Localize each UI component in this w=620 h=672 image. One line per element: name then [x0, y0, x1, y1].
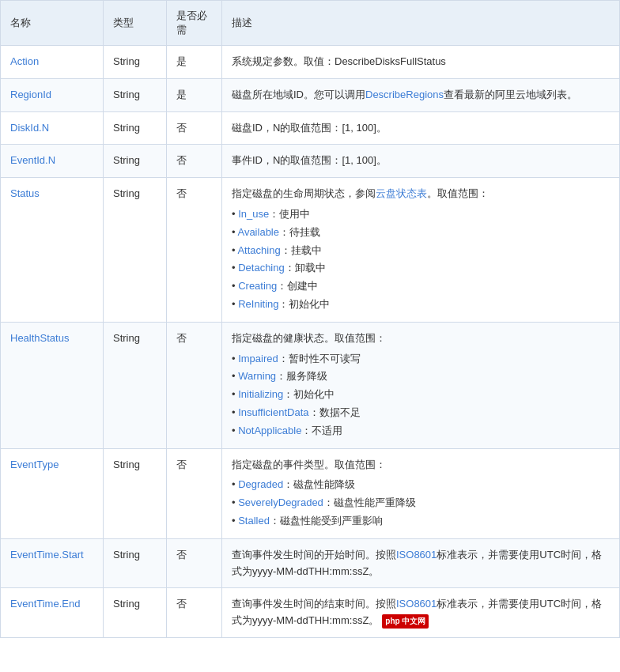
param-link[interactable]: EventTime.Start: [10, 549, 84, 561]
param-desc: 指定磁盘的生命周期状态，参阅云盘状态表。取值范围： In_use：使用中 Ava…: [222, 178, 620, 323]
param-name: HealthStatus: [1, 322, 104, 448]
param-desc: 系统规定参数。取值：DescribeDisksFullStatus: [222, 46, 620, 79]
php-badge: php 中文网: [382, 614, 429, 629]
table-row: EventTime.End String 否 查询事件发生时间的结束时间。按照I…: [1, 588, 620, 638]
iso8601-link-2[interactable]: ISO8601: [396, 598, 437, 610]
param-desc: 事件ID，N的取值范围：[1, 100]。: [222, 145, 620, 178]
list-item: Creating：创建中: [232, 277, 610, 296]
param-type: String: [104, 111, 167, 145]
param-desc: 磁盘ID，N的取值范围：[1, 100]。: [222, 111, 620, 145]
table-row: EventId.N String 否 事件ID，N的取值范围：[1, 100]。: [1, 145, 620, 178]
list-item: Warning：服务降级: [232, 368, 610, 386]
status-list: In_use：使用中 Available：待挂载 Attaching：挂载中 D…: [232, 206, 610, 314]
param-type: String: [104, 145, 167, 178]
param-desc: 指定磁盘的事件类型。取值范围： Degraded：磁盘性能降级 Severely…: [222, 448, 620, 538]
param-name: EventType: [1, 448, 104, 538]
param-name: Status: [1, 178, 104, 323]
param-required: 否: [167, 538, 222, 588]
param-desc: 磁盘所在地域ID。您可以调用DescribeRegions查看最新的阿里云地域列…: [222, 78, 620, 111]
header-name: 名称: [1, 1, 104, 46]
list-item: Stalled：磁盘性能受到严重影响: [232, 512, 610, 530]
describe-regions-link[interactable]: DescribeRegions: [365, 89, 444, 100]
list-item: Initializing：初始化中: [232, 386, 610, 404]
param-name: DiskId.N: [1, 111, 104, 145]
table-row: DiskId.N String 否 磁盘ID，N的取值范围：[1, 100]。: [1, 111, 620, 145]
param-type: String: [104, 178, 167, 323]
list-item: ReIniting：初始化中: [232, 296, 610, 314]
param-desc: 指定磁盘的健康状态。取值范围： Impaired：暂时性不可读写 Warning…: [222, 322, 620, 448]
param-link[interactable]: EventTime.End: [10, 598, 80, 610]
param-desc: 查询事件发生时间的结束时间。按照ISO8601标准表示，并需要使用UTC时间，格…: [222, 588, 620, 638]
param-required: 否: [167, 322, 222, 448]
param-required: 否: [167, 588, 222, 638]
list-item: SeverelyDegraded：磁盘性能严重降级: [232, 494, 610, 512]
param-desc: 查询事件发生时间的开始时间。按照ISO8601标准表示，并需要使用UTC时间，格…: [222, 538, 620, 588]
param-link[interactable]: Status: [10, 187, 40, 199]
param-name: Action: [1, 46, 104, 79]
param-link[interactable]: EventId.N: [10, 154, 55, 166]
table-row: RegionId String 是 磁盘所在地域ID。您可以调用Describe…: [1, 78, 620, 111]
table-row: HealthStatus String 否 指定磁盘的健康状态。取值范围： Im…: [1, 322, 620, 448]
table-row: EventType String 否 指定磁盘的事件类型。取值范围： Degra…: [1, 448, 620, 538]
param-name: EventId.N: [1, 145, 104, 178]
list-item: Impaired：暂时性不可读写: [232, 350, 610, 368]
param-link[interactable]: DiskId.N: [10, 122, 49, 134]
param-link[interactable]: EventType: [10, 459, 59, 470]
param-type: String: [104, 46, 167, 79]
param-required: 是: [167, 78, 222, 111]
param-type: String: [104, 448, 167, 538]
header-desc: 描述: [222, 1, 620, 46]
table-row: Action String 是 系统规定参数。取值：DescribeDisksF…: [1, 46, 620, 79]
param-required: 是: [167, 46, 222, 79]
param-name: EventTime.End: [1, 588, 104, 638]
api-params-table: 名称 类型 是否必需 描述 Action String 是 系统规定参数。取值：…: [0, 0, 620, 638]
param-type: String: [104, 322, 167, 448]
param-required: 否: [167, 448, 222, 538]
list-item: Detaching：卸载中: [232, 259, 610, 277]
param-type: String: [104, 588, 167, 638]
health-status-list: Impaired：暂时性不可读写 Warning：服务降级 Initializi…: [232, 350, 610, 440]
table-row: Status String 否 指定磁盘的生命周期状态，参阅云盘状态表。取值范围…: [1, 178, 620, 323]
param-name: EventTime.Start: [1, 538, 104, 588]
event-type-list: Degraded：磁盘性能降级 SeverelyDegraded：磁盘性能严重降…: [232, 476, 610, 530]
param-link[interactable]: HealthStatus: [10, 332, 69, 344]
param-required: 否: [167, 178, 222, 323]
list-item: Available：待挂载: [232, 224, 610, 242]
param-required: 否: [167, 145, 222, 178]
param-name: RegionId: [1, 78, 104, 111]
list-item: NotApplicable：不适用: [232, 422, 610, 440]
param-link[interactable]: RegionId: [10, 89, 51, 100]
list-item: Degraded：磁盘性能降级: [232, 476, 610, 494]
list-item: InsufficientData：数据不足: [232, 404, 610, 422]
list-item: In_use：使用中: [232, 206, 610, 224]
list-item: Attaching：挂载中: [232, 242, 610, 260]
param-type: String: [104, 538, 167, 588]
param-type: String: [104, 78, 167, 111]
header-required: 是否必需: [167, 1, 222, 46]
disk-status-link[interactable]: 云盘状态表: [376, 187, 427, 199]
table-row: EventTime.Start String 否 查询事件发生时间的开始时间。按…: [1, 538, 620, 588]
iso8601-link[interactable]: ISO8601: [396, 549, 437, 561]
header-type: 类型: [104, 1, 167, 46]
param-required: 否: [167, 111, 222, 145]
